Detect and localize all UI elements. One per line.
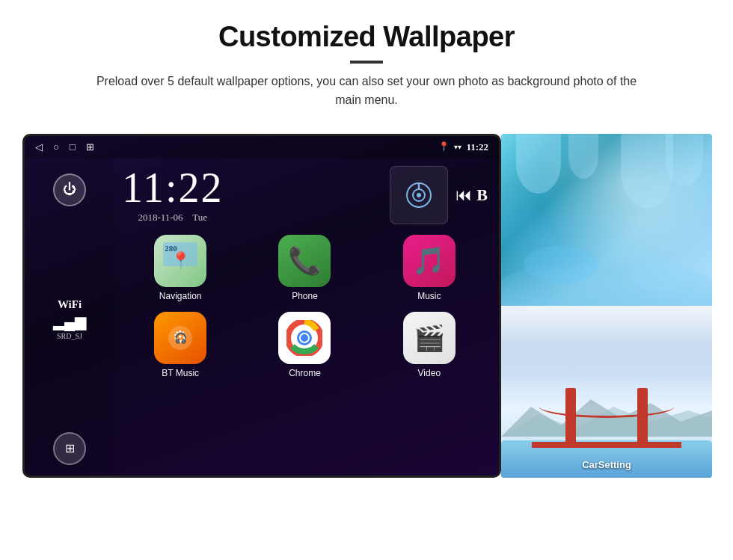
btmusic-label: BT Music <box>162 368 199 378</box>
screen-sidebar: ⏻ WiFi ▂▄▆ SRD_SJ ⊞ <box>25 159 114 478</box>
clapperboard-icon: 🎬 <box>414 323 445 353</box>
video-label: Video <box>418 368 441 378</box>
status-nav-buttons: ◁ ○ □ ⊞ <box>35 141 94 153</box>
wallpaper-golden-gate: CarSetting <box>501 306 712 478</box>
prev-track-icon[interactable]: ⏮ <box>456 185 472 205</box>
wifi-signal-icon: ▂▄▆ <box>53 313 86 330</box>
location-icon: 📍 <box>438 141 450 153</box>
navigation-label: Navigation <box>159 291 202 301</box>
clock-date: 2018-11-06 Tue <box>122 212 223 224</box>
content-row: ◁ ○ □ ⊞ 📍 ▾▾ 11:22 ⏻ <box>22 134 711 478</box>
video-icon: 🎬 <box>403 312 456 364</box>
wifi-status-icon: ▾▾ <box>454 143 461 151</box>
apps-grid-button[interactable]: ⊞ <box>53 432 86 465</box>
chrome-label: Chrome <box>289 368 321 378</box>
page-subtitle: Preload over 5 default wallpaper options… <box>82 73 651 110</box>
btmusic-icon: ⚙ 🎧 <box>154 312 206 364</box>
media-controls: ⏮ B <box>456 185 488 205</box>
navigation-icon: 280 📍 <box>154 235 206 287</box>
app-item-phone[interactable]: 📞 Phone <box>246 235 363 301</box>
app-item-navigation[interactable]: 280 📍 Navigation <box>122 235 239 301</box>
page-title: Customized Wallpaper <box>82 21 651 53</box>
radio-icon <box>405 181 433 209</box>
wallpaper-ice-cave <box>501 134 712 306</box>
app-grid: 280 📍 Navigation 📞 Phone <box>122 235 488 378</box>
svg-point-2 <box>417 193 421 197</box>
page-container: Customized Wallpaper Preload over 5 defa… <box>0 0 733 560</box>
clock-block: 11:22 2018-11-06 Tue <box>122 167 223 224</box>
title-section: Customized Wallpaper Preload over 5 defa… <box>82 21 651 110</box>
wallpaper-previews: CarSetting <box>501 134 712 478</box>
carsetting-label: CarSetting <box>501 459 712 470</box>
signal-widget <box>390 166 448 224</box>
app-item-video[interactable]: 🎬 Video <box>371 312 488 378</box>
map-pin-icon: 📍 <box>171 251 191 271</box>
title-divider <box>350 61 383 64</box>
clock-display: 11:22 <box>122 167 223 209</box>
recent-icon[interactable]: □ <box>70 141 76 153</box>
chrome-icon <box>278 312 331 364</box>
app-item-chrome[interactable]: Chrome <box>246 312 363 378</box>
wifi-ssid: SRD_SJ <box>53 332 86 340</box>
screen-center: 11:22 2018-11-06 Tue <box>114 159 499 478</box>
phone-label: Phone <box>292 291 318 301</box>
wifi-label: WiFi <box>53 298 86 311</box>
chrome-logo <box>286 320 322 356</box>
android-screen: ◁ ○ □ ⊞ 📍 ▾▾ 11:22 ⏻ <box>22 134 501 478</box>
screenshot-icon[interactable]: ⊞ <box>86 141 94 153</box>
screen-main: ⏻ WiFi ▂▄▆ SRD_SJ ⊞ <box>25 159 499 478</box>
phone-icon: 📞 <box>278 235 331 287</box>
music-icon: 🎵 <box>403 235 456 287</box>
power-icon: ⏻ <box>63 182 76 197</box>
status-time: 11:22 <box>466 141 488 153</box>
clock-area: 11:22 2018-11-06 Tue <box>122 166 488 224</box>
clock-widgets: ⏮ B <box>390 166 488 224</box>
grid-icon: ⊞ <box>65 441 75 455</box>
power-button[interactable]: ⏻ <box>53 173 86 206</box>
app-item-music[interactable]: 🎵 Music <box>371 235 488 301</box>
svg-point-10 <box>301 334 308 342</box>
music-label: Music <box>417 291 441 301</box>
status-right-icons: 📍 ▾▾ 11:22 <box>438 141 488 153</box>
status-bar: ◁ ○ □ ⊞ 📍 ▾▾ 11:22 <box>25 136 499 159</box>
wifi-block: WiFi ▂▄▆ SRD_SJ <box>53 298 86 340</box>
back-icon[interactable]: ◁ <box>35 141 43 153</box>
next-label: B <box>476 185 488 205</box>
home-icon[interactable]: ○ <box>53 141 59 153</box>
app-item-btmusic[interactable]: ⚙ 🎧 BT Music <box>122 312 239 378</box>
